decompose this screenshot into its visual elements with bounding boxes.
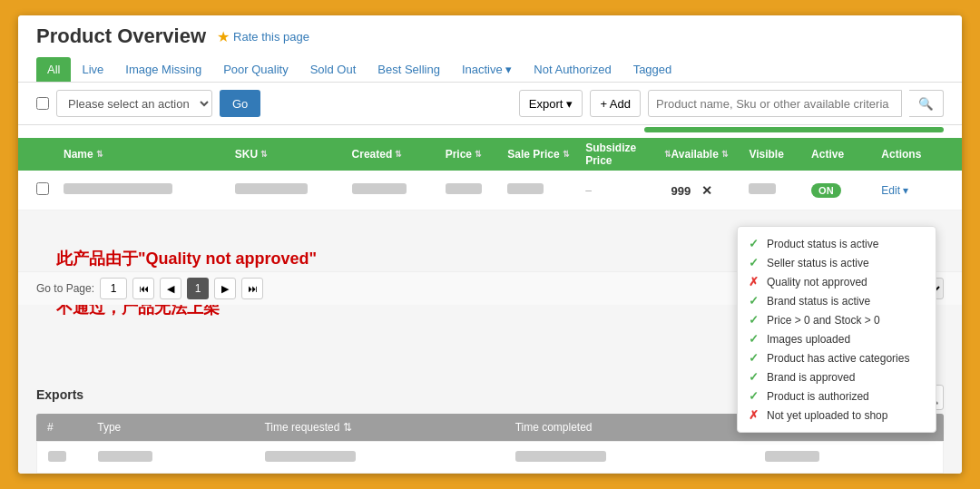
popup-item-8: ✓ Brand is approved <box>749 367 925 386</box>
th-name[interactable]: Name ⇅ <box>64 148 235 161</box>
tab-not-authorized[interactable]: Not Authorized <box>523 57 622 82</box>
add-button[interactable]: + Add <box>590 90 641 117</box>
row-price-blur <box>446 183 482 194</box>
popup-label-3: Quality not approved <box>767 276 867 289</box>
tab-live[interactable]: Live <box>71 57 114 82</box>
export-dropdown-icon: ▾ <box>566 97 573 111</box>
etd-download <box>765 451 932 465</box>
etd-type-blur <box>98 451 152 462</box>
row-actions-cell: Edit ▾ <box>881 184 944 197</box>
th-visible[interactable]: Visible <box>749 148 811 161</box>
page-last-btn[interactable]: ⏭ <box>241 278 263 299</box>
th-sale-price[interactable]: Sale Price ⇅ <box>507 148 585 161</box>
popup-item-5: ✓ Price > 0 and Stock > 0 <box>749 310 925 329</box>
row-created-blur <box>352 183 407 194</box>
row-sale-price-cell <box>507 183 585 197</box>
row-name-blur <box>64 183 172 194</box>
page-title: Product Overview <box>36 24 206 48</box>
check-icon-8: ✓ <box>749 370 761 384</box>
row-subsidize-cell: – <box>585 184 671 197</box>
row-active-cell: ON <box>811 183 881 198</box>
toolbar-row: Please select an action Go Export ▾ + Ad… <box>18 83 962 125</box>
th-price[interactable]: Price ⇅ <box>446 148 508 161</box>
check-icon-2: ✓ <box>749 256 761 269</box>
header-bar: Product Overview ★ Rate this page All Li… <box>18 15 962 83</box>
toggle-on[interactable]: ON <box>811 183 841 198</box>
tab-poor-quality[interactable]: Poor Quality <box>212 57 299 82</box>
search-input[interactable] <box>648 90 902 117</box>
row-available-value: 999 <box>671 184 691 198</box>
export-label: Export <box>529 97 564 111</box>
row-close-button[interactable]: ✕ <box>701 183 712 198</box>
tab-sold-out[interactable]: Sold Out <box>299 57 368 82</box>
popup-label-6: Images uploaded <box>767 333 850 346</box>
status-popup: ✓ Product status is active ✓ Seller stat… <box>737 226 936 433</box>
row-visible-blur <box>749 183 776 194</box>
row-name-cell <box>64 183 235 197</box>
row-available-cell: 999 ✕ <box>671 183 750 198</box>
star-icon: ★ <box>217 28 230 45</box>
tab-image-missing[interactable]: Image Missing <box>114 57 212 82</box>
tab-all[interactable]: All <box>36 57 71 82</box>
row-checkbox[interactable] <box>36 182 49 195</box>
th-available[interactable]: Available ⇅ <box>671 148 750 161</box>
popup-item-7: ✓ Product has active categories <box>749 348 925 367</box>
popup-item-10: ✗ Not yet uploaded to shop <box>749 406 925 425</box>
search-button[interactable]: 🔍 <box>909 90 944 117</box>
row-sku-blur <box>235 183 308 194</box>
etd-time-comp-blur <box>515 451 606 462</box>
main-container: Product Overview ★ Rate this page All Li… <box>18 15 962 474</box>
check-icon-1: ✓ <box>749 237 761 250</box>
page-next-btn[interactable]: ▶ <box>214 278 236 299</box>
th-actions: Actions <box>881 148 944 161</box>
popup-item-1: ✓ Product status is active <box>749 234 925 253</box>
progress-bar <box>644 127 944 132</box>
page-current: 1 <box>187 278 209 299</box>
th-subsidize-price[interactable]: Subsidize Price ⇅ <box>585 142 671 167</box>
go-to-page-label: Go to Page: <box>36 282 94 295</box>
tabs-row: All Live Image Missing Poor Quality Sold… <box>36 57 944 82</box>
eth-time-completed: Time completed <box>515 421 766 434</box>
popup-item-2: ✓ Seller status is active <box>749 253 925 272</box>
page-first-btn[interactable]: ⏮ <box>132 278 154 299</box>
row-sku-cell <box>235 183 352 197</box>
popup-label-8: Brand is approved <box>767 371 855 384</box>
rate-link[interactable]: ★ Rate this page <box>217 28 309 45</box>
check-icon-5: ✓ <box>749 313 761 327</box>
row-checkbox-cell <box>36 182 64 198</box>
go-button[interactable]: Go <box>220 90 260 117</box>
popup-label-2: Seller status is active <box>767 257 869 269</box>
page-prev-btn[interactable]: ◀ <box>160 278 181 299</box>
eth-type: Type <box>97 421 264 434</box>
popup-label-10: Not yet uploaded to shop <box>767 409 887 422</box>
row-sale-blur <box>507 183 544 194</box>
tab-tagged[interactable]: Tagged <box>622 57 683 82</box>
select-all-checkbox[interactable] <box>36 97 49 110</box>
eth-num: # <box>47 421 97 434</box>
th-sku[interactable]: SKU ⇅ <box>235 148 352 161</box>
check-icon-6: ✓ <box>749 332 761 346</box>
etd-num <box>48 451 98 465</box>
popup-label-7: Product has active categories <box>767 352 909 365</box>
check-icon-4: ✓ <box>749 294 761 308</box>
etd-num-blur <box>48 451 66 462</box>
th-active[interactable]: Active <box>811 148 881 161</box>
popup-label-1: Product status is active <box>767 238 878 250</box>
action-select[interactable]: Please select an action <box>56 90 212 117</box>
eth-time-requested: Time requested ⇅ <box>264 421 514 434</box>
etd-time-req <box>265 451 515 465</box>
cross-icon-3: ✗ <box>749 275 761 289</box>
popup-item-9: ✓ Product is authorized <box>749 386 925 406</box>
etd-time-comp <box>515 451 766 465</box>
popup-item-6: ✓ Images uploaded <box>749 329 925 348</box>
etd-time-req-blur <box>265 451 356 462</box>
tab-best-selling[interactable]: Best Selling <box>367 57 451 82</box>
export-button[interactable]: Export ▾ <box>519 90 583 117</box>
popup-item-3: ✗ Quality not approved <box>749 272 925 291</box>
edit-link[interactable]: Edit ▾ <box>881 184 908 197</box>
tab-inactive[interactable]: Inactive ▾ <box>451 57 523 82</box>
etd-type <box>98 451 265 465</box>
th-created[interactable]: Created ⇅ <box>352 148 446 161</box>
popup-label-4: Brand status is active <box>767 295 870 308</box>
page-input[interactable] <box>100 278 127 299</box>
